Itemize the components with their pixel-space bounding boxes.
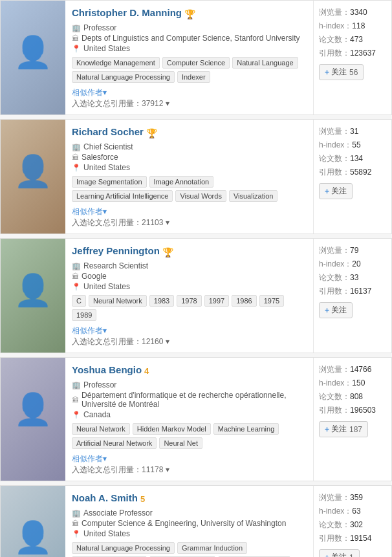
citation-link[interactable]: 入选论文总引用量：11178 ▾	[72, 465, 169, 474]
tag[interactable]: 1978	[177, 295, 201, 307]
stat-papers-label: 论文数：	[319, 273, 350, 282]
stat-views: 浏览量：79	[319, 245, 386, 256]
author-card-5: 👤Noah A. Smith5🏢Associate Professor🏛Comp…	[0, 485, 392, 557]
stats-panel: 浏览量：3340h-index：118论文数：473引用数：123637+ 关注…	[314, 1, 391, 115]
tag[interactable]: Machine Learning	[213, 423, 279, 435]
author-name[interactable]: Yoshua Bengio	[72, 364, 142, 375]
institution-icon: 🏛	[72, 34, 79, 42]
stat-h-index-value: 150	[352, 378, 365, 388]
tag[interactable]: C	[72, 295, 86, 307]
author-location: United States	[83, 163, 130, 172]
follow-plus-icon: +	[325, 553, 329, 558]
tag[interactable]: 1975	[259, 295, 284, 307]
author-main-info: Christopher D. Manning 🏆🏢Professor🏛Depts…	[65, 1, 314, 115]
institution-icon: 🏛	[72, 272, 79, 280]
trophy-icon: 🏆	[146, 128, 157, 138]
similar-authors-link[interactable]: 相似作者▾	[72, 454, 107, 463]
tag[interactable]: 1986	[232, 295, 256, 307]
citation-link[interactable]: 入选论文总引用量：37912 ▾	[72, 99, 169, 108]
tag[interactable]: 1997	[204, 295, 229, 307]
follow-plus-icon: +	[325, 425, 329, 434]
similar-authors-link[interactable]: 相似作者▾	[72, 88, 107, 97]
similar-authors-link[interactable]: 相似作者▾	[72, 207, 107, 216]
stat-citations-value: 196503	[350, 406, 376, 415]
tag[interactable]: Image Annotation	[149, 176, 214, 188]
stat-papers-label: 论文数：	[319, 392, 350, 401]
avatar-placeholder: 👤	[1, 486, 65, 557]
avatar: 👤	[1, 486, 65, 557]
tag[interactable]: Learning Artificial Intelligence	[72, 190, 173, 202]
follow-plus-icon: +	[325, 306, 329, 315]
tag[interactable]: Natural Language Processing	[72, 71, 175, 83]
author-name[interactable]: Christopher D. Manning	[72, 7, 182, 18]
stat-views-value: 79	[350, 246, 358, 255]
briefcase-icon: 🏢	[72, 262, 81, 270]
citation-link[interactable]: 入选论文总引用量：21103 ▾	[72, 218, 169, 227]
stat-h-index-label: h-index：	[319, 507, 352, 516]
tag[interactable]: Indexer	[177, 71, 210, 83]
stat-views: 浏览量：14766	[319, 364, 386, 375]
tag[interactable]: Computer Science	[162, 57, 230, 69]
institution-icon: 🏛	[72, 153, 79, 161]
author-main-info: Jeffrey Pennington 🏆🏢Research Scientist🏛…	[65, 239, 314, 353]
avatar: 👤	[1, 239, 65, 353]
stat-h-index: h-index：63	[319, 506, 386, 517]
citation-link[interactable]: 入选论文总引用量：12160 ▾	[72, 337, 169, 346]
author-name[interactable]: Richard Socher	[72, 126, 144, 137]
tag[interactable]: Neural Network	[89, 295, 147, 307]
author-title-row: 🏢Professor	[72, 23, 307, 32]
stat-views-label: 浏览量：	[319, 127, 350, 136]
stats-panel: 浏览量：14766h-index：150论文数：808引用数：196503+ 关…	[314, 358, 391, 481]
tag[interactable]: Natural Language	[232, 57, 298, 69]
author-title-row: 🏢Associate Professor	[72, 508, 307, 518]
stat-citations-label: 引用数：	[319, 406, 350, 415]
tag[interactable]: Knowledge Management	[72, 57, 160, 69]
avatar-placeholder: 👤	[1, 239, 65, 342]
avatar: 👤	[1, 1, 65, 115]
tag[interactable]: Visual Words	[175, 190, 226, 202]
author-tags: Knowledge ManagementComputer ScienceNatu…	[72, 57, 307, 83]
tag[interactable]: Neural Network	[72, 423, 130, 435]
stat-h-index-label: h-index：	[319, 140, 352, 149]
stat-views: 浏览量：3340	[319, 7, 386, 18]
author-dept-row: 🏛Computer Science & Engineering, Univers…	[72, 519, 307, 528]
tag[interactable]: Neural Net	[159, 437, 202, 449]
author-card-1: 👤Christopher D. Manning 🏆🏢Professor🏛Dept…	[0, 0, 392, 115]
author-name[interactable]: Jeffrey Pennington	[72, 245, 160, 256]
avatar: 👤	[1, 358, 65, 481]
stat-h-index-value: 63	[352, 507, 360, 516]
rank-number: 5	[140, 494, 145, 504]
stat-h-index-label: h-index：	[319, 21, 352, 30]
follow-label: 关注	[331, 186, 347, 197]
tag[interactable]: Grammar Induction	[177, 542, 247, 554]
follow-label: 关注	[331, 424, 347, 435]
author-department: Département d'informatique et de recherc…	[82, 391, 307, 409]
author-location-row: 📍United States	[72, 529, 307, 538]
follow-button[interactable]: + 关注187	[319, 421, 368, 437]
stat-papers-value: 302	[350, 520, 363, 529]
follow-button[interactable]: + 关注	[319, 183, 353, 199]
similar-authors-link[interactable]: 相似作者▾	[72, 326, 107, 335]
follow-button[interactable]: + 关注56	[319, 64, 364, 80]
follow-label: 关注	[331, 552, 347, 557]
author-department: Google	[82, 272, 107, 281]
author-main-info: Yoshua Bengio4🏢Professor🏛Département d'i…	[65, 358, 314, 481]
trophy-icon: 🏆	[162, 247, 173, 257]
stat-h-index: h-index：118	[319, 21, 386, 32]
tag[interactable]: 1989	[72, 309, 96, 321]
tag[interactable]: Visualization	[229, 190, 278, 202]
stat-h-index: h-index：20	[319, 259, 386, 270]
tag[interactable]: Hidden Markov Model	[133, 423, 211, 435]
author-location: United States	[83, 529, 130, 538]
follow-button[interactable]: + 关注1	[319, 549, 360, 557]
tag[interactable]: 1983	[149, 295, 174, 307]
follow-button[interactable]: + 关注	[319, 302, 353, 318]
tag[interactable]: Natural Language Processing	[72, 542, 175, 554]
tag[interactable]: Artificial Neural Network	[72, 437, 157, 449]
institution-icon: 🏛	[72, 396, 79, 404]
stat-papers: 论文数：33	[319, 272, 386, 283]
stat-papers-value: 33	[350, 273, 358, 282]
location-icon: 📍	[72, 45, 81, 53]
author-name[interactable]: Noah A. Smith	[72, 492, 138, 503]
tag[interactable]: Image Segmentation	[72, 176, 147, 188]
